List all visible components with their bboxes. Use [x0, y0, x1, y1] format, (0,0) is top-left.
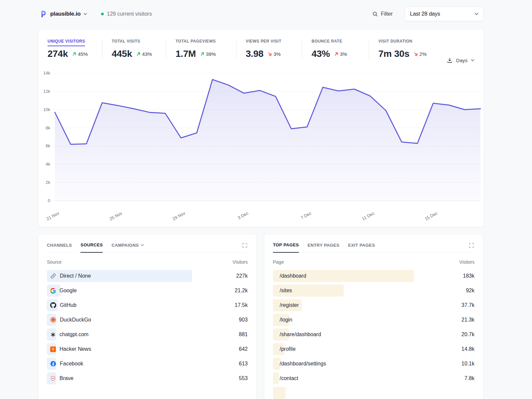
stat-change: 3% — [334, 51, 347, 57]
column-visitors: Visitors — [232, 259, 248, 265]
sources-tabs: CHANNELSSOURCESCAMPAIGNS — [47, 234, 248, 253]
pages-tab-top-pages[interactable]: TOP PAGES — [273, 242, 299, 253]
page-label[interactable]: /sites — [280, 288, 292, 294]
table-row[interactable]: Hacker News642 — [47, 342, 248, 356]
table-row[interactable]: /share/dashboard20.7k — [273, 327, 474, 342]
table-row[interactable]: /profile14.8k — [273, 342, 474, 356]
page-label[interactable]: /dashboard — [280, 273, 306, 279]
pages-list: /dashboard183k/sites92k/register37.7k/lo… — [273, 269, 474, 399]
stat-bounce-rate[interactable]: BOUNCE RATE43%3% — [312, 38, 369, 59]
svg-text:10k: 10k — [43, 107, 50, 112]
source-label[interactable]: GitHub — [60, 302, 76, 308]
table-row[interactable]: /sites92k — [273, 283, 474, 298]
trend-up-arrow-icon — [334, 52, 338, 56]
plausible-logo-icon — [39, 10, 47, 18]
stat-change: 2% — [414, 51, 427, 57]
page-label[interactable]: /share/dashboard — [280, 332, 321, 337]
svg-text:11 Dec: 11 Dec — [361, 210, 375, 221]
sources-tab-campaigns[interactable]: CAMPAIGNS — [111, 243, 144, 252]
stat-views-per-visit[interactable]: VIEWS PER VISIT3.983% — [246, 38, 302, 59]
page-label[interactable]: /register — [280, 302, 299, 308]
source-label[interactable]: Direct / None — [60, 273, 91, 279]
table-row[interactable]: /dashboard183k — [273, 269, 474, 283]
table-row[interactable]: /login21.3k — [273, 313, 474, 327]
page-label[interactable]: /profile — [280, 346, 296, 352]
table-row[interactable]: Google21.2k — [47, 283, 248, 298]
row-visitors-value: 10.1k — [462, 356, 474, 371]
table-row[interactable]: DuckDuckGo903 — [47, 313, 248, 327]
current-visitors-label: 129 current visitors — [107, 11, 152, 17]
svg-text:25 Nov: 25 Nov — [109, 210, 123, 221]
chatgpt-icon — [50, 332, 56, 337]
source-label[interactable]: Facebook — [60, 361, 83, 367]
table-row-partial — [273, 386, 474, 399]
sources-column-headers: Source Visitors — [47, 253, 248, 269]
stat-change: 45% — [72, 51, 88, 57]
visitors-card: UNIQUE VISITORS274k45%TOTAL VISITS445k43… — [38, 29, 484, 227]
row-visitors-value: 881 — [239, 327, 248, 342]
stat-divider — [369, 39, 369, 59]
row-visitors-value: 183k — [463, 269, 474, 283]
expand-icon[interactable] — [468, 242, 474, 248]
source-label[interactable]: Brave — [60, 375, 73, 381]
table-row[interactable]: Brave553 — [47, 371, 248, 386]
svg-text:4k: 4k — [46, 162, 50, 167]
stat-total-visits[interactable]: TOTAL VISITS445k43% — [112, 38, 166, 59]
trend-down-arrow-icon — [268, 52, 272, 56]
source-label[interactable]: Hacker News — [60, 346, 91, 352]
google-icon — [50, 288, 56, 294]
page-label[interactable]: /contact — [280, 375, 298, 381]
live-dot-icon — [101, 13, 104, 15]
table-row[interactable]: Facebook613 — [47, 356, 248, 371]
stat-label[interactable]: TOTAL PAGEVIEWS — [176, 39, 216, 46]
stat-value: 1.7M — [176, 49, 196, 59]
stat-unique-visitors[interactable]: UNIQUE VISITORS274k45% — [48, 38, 102, 59]
site-name: plausible.io — [50, 11, 80, 17]
table-row[interactable]: /contact7.8k — [273, 371, 474, 386]
stat-visit-duration[interactable]: VISIT DURATION7m 30s2% — [378, 38, 438, 59]
table-row[interactable]: /register37.7k — [273, 298, 474, 313]
source-label[interactable]: Google — [60, 288, 77, 294]
row-visitors-value: 21.3k — [462, 313, 474, 327]
table-row[interactable]: Direct / None227k — [47, 269, 248, 283]
source-label[interactable]: chatgpt.com — [60, 332, 88, 337]
table-row[interactable]: chatgpt.com881 — [47, 327, 248, 342]
page-label[interactable]: /login — [280, 317, 292, 323]
stat-label[interactable]: TOTAL VISITS — [112, 39, 140, 46]
date-range-label: Last 28 days — [410, 11, 440, 17]
stat-total-pageviews[interactable]: TOTAL PAGEVIEWS1.7M39% — [176, 38, 236, 59]
stat-label[interactable]: VISIT DURATION — [378, 39, 413, 46]
stat-label[interactable]: BOUNCE RATE — [312, 39, 342, 46]
row-visitors-value: 14.8k — [462, 342, 474, 356]
svg-text:15 Dec: 15 Dec — [424, 210, 439, 221]
pages-tab-exit-pages[interactable]: EXIT PAGES — [348, 243, 375, 252]
link-icon — [50, 273, 56, 279]
stat-change: 43% — [136, 51, 152, 57]
table-row[interactable]: /dashboard/settings10.1k — [273, 356, 474, 371]
chevron-down-icon — [83, 13, 87, 15]
search-icon — [372, 11, 378, 17]
date-range-picker[interactable]: Last 28 days — [405, 7, 484, 21]
table-row[interactable]: GitHub17.5k — [47, 298, 248, 313]
row-bar — [273, 372, 279, 384]
stat-divider — [166, 39, 166, 59]
expand-icon[interactable] — [242, 242, 248, 248]
top-bar: plausible.io 129 current visitors Filter… — [39, 7, 484, 21]
row-visitors-value: 92k — [466, 283, 474, 298]
trend-up-arrow-icon — [136, 52, 141, 56]
sources-tab-channels[interactable]: CHANNELS — [47, 243, 72, 252]
visitors-chart[interactable]: 02k4k6k8k10k12k14k21 Nov25 Nov29 Nov3 De… — [38, 63, 484, 221]
stat-label[interactable]: VIEWS PER VISIT — [246, 39, 281, 46]
current-visitors[interactable]: 129 current visitors — [101, 11, 152, 17]
site-switcher[interactable]: plausible.io — [39, 10, 87, 18]
stat-value: 3.98 — [246, 49, 263, 59]
pages-tab-entry-pages[interactable]: ENTRY PAGES — [308, 243, 339, 252]
page-label[interactable]: /dashboard/settings — [280, 361, 326, 367]
github-icon — [50, 302, 56, 308]
svg-text:3 Dec: 3 Dec — [237, 210, 249, 220]
source-label[interactable]: DuckDuckGo — [60, 317, 91, 323]
filter-button[interactable]: Filter — [372, 11, 393, 17]
sources-list: Direct / None227kGoogle21.2kGitHub17.5kD… — [47, 269, 248, 386]
stat-label[interactable]: UNIQUE VISITORS — [48, 39, 85, 46]
sources-tab-sources[interactable]: SOURCES — [80, 242, 103, 253]
